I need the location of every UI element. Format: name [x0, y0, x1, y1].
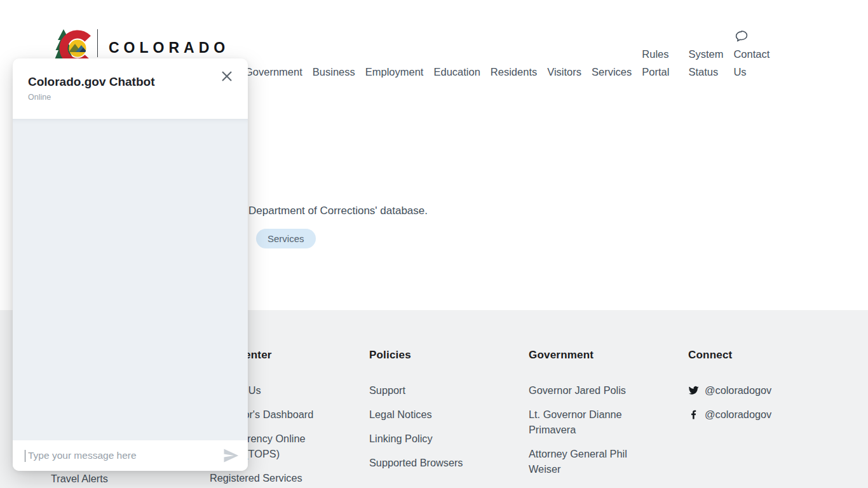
nav-item-education[interactable]: Education [433, 63, 480, 81]
footer-twitter-handle: @coloradogov [705, 383, 771, 398]
chat-bubble-icon [735, 29, 749, 43]
footer-link-governor[interactable]: Governor Jared Polis [529, 383, 646, 398]
chatbot-title: Colorado.gov Chatbot [28, 75, 233, 89]
footer-link-facebook[interactable]: @coloradogov [688, 407, 806, 422]
chatbot-close-button[interactable] [220, 69, 235, 84]
nav-item-business[interactable]: Business [313, 63, 355, 81]
top-navigation: Government Business Employment Education… [245, 26, 770, 81]
footer-link-lt-governor[interactable]: Lt. Governor Dianne Primavera [529, 407, 646, 437]
logo-wordmark: COLORADO [109, 39, 229, 57]
nav-item-services[interactable]: Services [592, 63, 632, 81]
footer-link-travel-alerts[interactable]: Travel Alerts [51, 471, 168, 486]
footer-column-connect: Connect @coloradogov @coloradogov [688, 349, 806, 431]
footer-link-supported-browsers[interactable]: Supported Browsers [369, 455, 487, 470]
close-icon [221, 71, 233, 82]
chatbot-header: Colorado.gov Chatbot Online [13, 58, 248, 119]
footer-heading-government: Government [529, 349, 646, 362]
nav-item-employment[interactable]: Employment [365, 63, 424, 81]
logo-divider [97, 29, 98, 57]
category-tag-services[interactable]: Services [256, 229, 316, 248]
chatbot-input-bar [13, 440, 248, 471]
footer-column-government: Government Governor Jared Polis Lt. Gove… [529, 349, 646, 485]
nav-item-system-status[interactable]: System Status [688, 45, 723, 81]
footer-column-policies: Policies Support Legal Notices Linking P… [369, 349, 487, 479]
nav-item-contact-us[interactable]: Contact Us [733, 29, 770, 81]
service-description-text: Department of Corrections' database. [248, 203, 428, 219]
footer-heading-policies: Policies [369, 349, 487, 362]
footer-heading-connect: Connect [688, 349, 806, 362]
chatbot-send-button[interactable] [222, 447, 240, 464]
chatbot-message-area [13, 119, 248, 440]
footer-facebook-handle: @coloradogov [705, 407, 771, 422]
chatbot-status: Online [28, 93, 233, 102]
send-icon [222, 447, 240, 464]
footer-link-linking-policy[interactable]: Linking Policy [369, 431, 487, 446]
footer-column-1: Travel Alerts [51, 471, 168, 488]
chatbot-message-input[interactable] [27, 449, 217, 462]
footer-link-attorney-general[interactable]: Attorney General Phil Weiser [529, 446, 646, 477]
footer-link-twitter[interactable]: @coloradogov [688, 383, 806, 398]
footer-link-legal-notices[interactable]: Legal Notices [369, 407, 487, 422]
facebook-f-icon [688, 409, 699, 420]
nav-item-residents[interactable]: Residents [491, 63, 537, 81]
text-caret [25, 450, 25, 462]
nav-item-government[interactable]: Government [245, 63, 302, 81]
nav-item-contact-us-label: Contact Us [733, 45, 770, 81]
chatbot-panel: Colorado.gov Chatbot Online [13, 58, 248, 471]
twitter-bird-icon [688, 385, 699, 396]
nav-item-visitors[interactable]: Visitors [547, 63, 581, 81]
footer-link-registered-services[interactable]: Registered Services [210, 470, 327, 485]
footer-link-support[interactable]: Support [369, 383, 487, 398]
nav-item-rules-portal[interactable]: Rules Portal [642, 45, 669, 81]
